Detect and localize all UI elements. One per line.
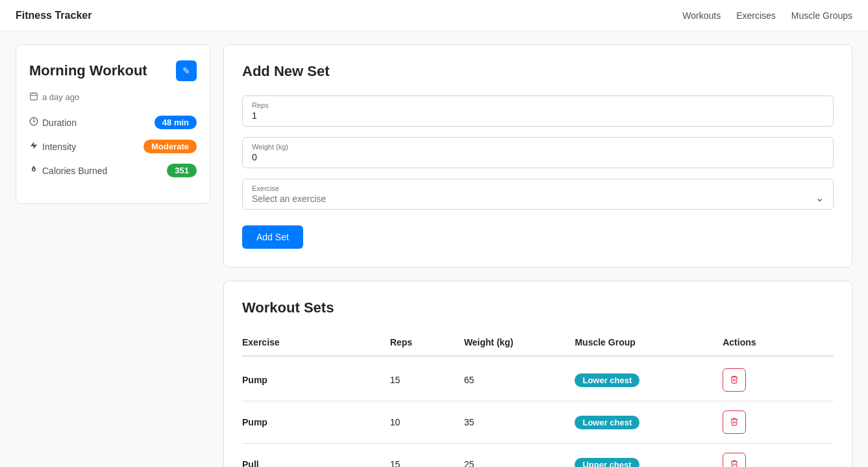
workout-title: Morning Workout <box>29 62 147 79</box>
weight-field[interactable]: Weight (kg) <box>242 137 834 168</box>
fire-icon <box>29 165 38 176</box>
exercise-select[interactable]: Exercise Select an exercise ⌄ <box>242 179 834 210</box>
exercise-value: Select an exercise <box>252 194 326 204</box>
row1-actions <box>723 368 834 392</box>
edit-workout-button[interactable]: ✎ <box>176 60 197 81</box>
header-nav: Workouts Exercises Muscle Groups <box>682 10 852 21</box>
row2-muscle-group: Lower chest <box>575 417 723 427</box>
exercise-label: Exercise <box>252 184 326 192</box>
intensity-badge: Moderate <box>143 140 197 153</box>
sidebar-header: Morning Workout ✎ <box>29 60 197 81</box>
col-weight: Weight (kg) <box>464 337 575 347</box>
row2-weight: 35 <box>464 417 575 427</box>
main-content: Add New Set Reps Weight (kg) Exercise Se <box>223 44 852 467</box>
row3-muscle-group: Upper chest <box>575 459 723 467</box>
bolt-icon <box>29 141 38 152</box>
col-exercise: Exercise <box>242 337 390 347</box>
weight-label: Weight (kg) <box>252 143 824 151</box>
svg-rect-0 <box>31 93 38 100</box>
app-header: Fitness Tracker Workouts Exercises Muscl… <box>0 0 868 31</box>
delete-row2-button[interactable] <box>723 410 746 434</box>
stat-intensity-label: Intensity <box>29 141 76 152</box>
row1-exercise: Pump <box>242 375 390 385</box>
row3-exercise: Pull <box>242 459 390 467</box>
clock-icon <box>29 117 38 128</box>
stat-intensity: Intensity Moderate <box>29 140 197 153</box>
edit-icon: ✎ <box>182 66 190 76</box>
add-set-title: Add New Set <box>242 63 834 80</box>
nav-workouts[interactable]: Workouts <box>682 10 721 21</box>
table-row: Pull 15 25 Upper chest <box>242 444 834 467</box>
col-reps: Reps <box>390 337 464 347</box>
stat-duration: Duration 48 min <box>29 116 197 129</box>
row2-exercise: Pump <box>242 417 390 427</box>
row1-muscle-group: Lower chest <box>575 375 723 385</box>
workout-sets-card: Workout Sets Exercise Reps Weight (kg) M… <box>223 281 852 467</box>
calories-badge: 351 <box>167 164 197 177</box>
add-set-button[interactable]: Add Set <box>242 225 303 249</box>
stat-calories: Calories Burned 351 <box>29 164 197 177</box>
workout-sets-title: Workout Sets <box>242 299 834 316</box>
weight-input[interactable] <box>252 152 824 162</box>
row1-reps: 15 <box>390 375 464 385</box>
delete-row3-button[interactable] <box>723 453 746 467</box>
trash-icon <box>730 417 739 428</box>
row3-actions <box>723 453 834 467</box>
row2-actions <box>723 410 834 434</box>
reps-field[interactable]: Reps <box>242 95 834 127</box>
exercise-field-group: Exercise Select an exercise ⌄ <box>242 179 834 210</box>
workout-sidebar: Morning Workout ✎ a day ago <box>16 44 210 204</box>
row3-weight: 25 <box>464 459 575 467</box>
table-row: Pump 15 65 Lower chest <box>242 359 834 401</box>
table-row: Pump 10 35 Lower chest <box>242 401 834 444</box>
col-actions: Actions <box>723 337 834 347</box>
workout-date: a day ago <box>29 92 197 103</box>
duration-badge: 48 min <box>155 116 197 129</box>
trash-icon <box>730 375 739 386</box>
main-layout: Morning Workout ✎ a day ago <box>0 31 868 467</box>
reps-field-group: Reps <box>242 95 834 127</box>
delete-row1-button[interactable] <box>723 368 746 392</box>
row2-reps: 10 <box>390 417 464 427</box>
reps-label: Reps <box>252 101 824 109</box>
reps-input[interactable] <box>252 110 824 121</box>
add-set-card: Add New Set Reps Weight (kg) Exercise Se <box>223 44 852 268</box>
weight-field-group: Weight (kg) <box>242 137 834 168</box>
workout-sets-table: Exercise Reps Weight (kg) Muscle Group A… <box>242 332 834 467</box>
workout-date-text: a day ago <box>42 92 79 102</box>
stat-calories-label: Calories Burned <box>29 165 107 176</box>
row1-weight: 65 <box>464 375 575 385</box>
row3-reps: 15 <box>390 459 464 467</box>
stat-duration-label: Duration <box>29 117 77 128</box>
app-title: Fitness Tracker <box>16 10 92 21</box>
svg-marker-5 <box>31 142 38 149</box>
nav-muscle-groups[interactable]: Muscle Groups <box>791 10 852 21</box>
nav-exercises[interactable]: Exercises <box>736 10 776 21</box>
chevron-down-icon: ⌄ <box>815 192 824 204</box>
calendar-icon <box>29 92 38 103</box>
table-header: Exercise Reps Weight (kg) Muscle Group A… <box>242 332 834 357</box>
trash-icon <box>730 459 739 468</box>
col-muscle-group: Muscle Group <box>575 337 723 347</box>
